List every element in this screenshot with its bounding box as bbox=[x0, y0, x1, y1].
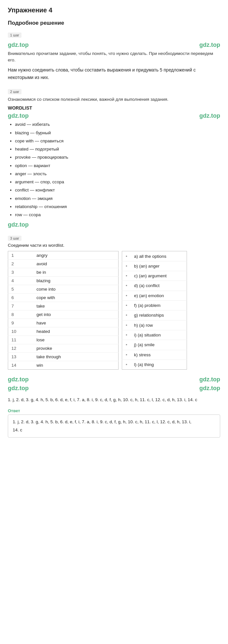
watermark-3b: gdz.top bbox=[199, 376, 220, 383]
wordlist-title: WORDLIST bbox=[8, 105, 220, 111]
table-row: •b) (an) anger bbox=[122, 261, 187, 271]
table-row: 14win bbox=[8, 361, 119, 370]
row-phrase: i) (a) situation bbox=[131, 330, 187, 340]
table-row: 5come into bbox=[8, 285, 119, 294]
wordlist-item-3: cope with — справиться bbox=[15, 138, 220, 144]
watermarks-row-3a: gdz.top gdz.top bbox=[8, 376, 220, 383]
answer-label: Ответ bbox=[8, 408, 220, 413]
watermarks-row-1: gdz.top gdz.top bbox=[8, 42, 220, 48]
table-row: •a) all the options bbox=[122, 251, 187, 261]
wordlist-item-10: emotion — эмоция bbox=[15, 195, 220, 202]
table-row: •k) stress bbox=[122, 350, 187, 360]
table-row: •d) (a) conflict bbox=[122, 281, 187, 291]
answer-box: 1. j, 2. d, 3. g, 4. h, 5. b, 6. d, e, f… bbox=[8, 414, 220, 438]
wordlist-item-2: blazing — бурный bbox=[15, 130, 220, 136]
row-phrase: l) (a) thing bbox=[131, 360, 187, 369]
wordlist-item-7: anger — злость bbox=[15, 171, 220, 177]
row-dot: • bbox=[122, 251, 131, 261]
watermark-2b: gdz.top bbox=[199, 112, 220, 119]
row-dot: • bbox=[122, 271, 131, 281]
watermark-3a: gdz.top bbox=[8, 376, 29, 383]
watermark-1a: gdz.top bbox=[8, 42, 29, 48]
step-1-desc: Внимательно прочитаем задание, чтобы пон… bbox=[8, 50, 220, 64]
row-phrase: e) (an) emotion bbox=[131, 291, 187, 300]
row-phrase: a) all the options bbox=[131, 251, 187, 261]
wordlist-item-4: heated — подогретый bbox=[15, 146, 220, 152]
step-2-badge: 2 шаг bbox=[8, 89, 21, 94]
row-word: avoid bbox=[33, 260, 119, 268]
row-dot: • bbox=[122, 320, 131, 330]
row-num: 2 bbox=[8, 260, 33, 268]
solution-title: Подробное решение bbox=[8, 20, 220, 26]
row-dot: • bbox=[122, 281, 131, 291]
row-num: 12 bbox=[8, 344, 33, 353]
row-dot: • bbox=[122, 300, 131, 310]
table-row: 10heated bbox=[8, 327, 119, 336]
row-word: get into bbox=[33, 310, 119, 319]
wordlist: avoid — избегать blazing — бурный cope w… bbox=[8, 121, 220, 218]
row-phrase: b) (an) anger bbox=[131, 261, 187, 271]
step-3-badge: 3 шаг bbox=[8, 236, 21, 241]
table-row: 8get into bbox=[8, 310, 119, 319]
table-row: 9have bbox=[8, 319, 119, 327]
row-num: 4 bbox=[8, 277, 33, 285]
step-1: 1 шаг gdz.top gdz.top Внимательно прочит… bbox=[8, 32, 220, 82]
matching-container: 1angry2avoid3be in4blazing5come into6cop… bbox=[8, 251, 220, 374]
step-1-badge: 1 шаг bbox=[8, 33, 21, 38]
row-word: cope with bbox=[33, 294, 119, 302]
row-word: come into bbox=[33, 285, 119, 294]
table-row: •i) (a) situation bbox=[122, 330, 187, 340]
row-num: 8 bbox=[8, 310, 33, 319]
row-dot: • bbox=[122, 330, 131, 340]
row-num: 10 bbox=[8, 327, 33, 336]
row-num: 6 bbox=[8, 294, 33, 302]
row-num: 11 bbox=[8, 336, 33, 344]
table-row: •c) (an) argument bbox=[122, 271, 187, 281]
row-dot: • bbox=[122, 291, 131, 300]
wordlist-item-11: relationship — отношения bbox=[15, 204, 220, 210]
row-dot: • bbox=[122, 350, 131, 360]
row-dot: • bbox=[122, 360, 131, 369]
table-row: 1angry bbox=[8, 251, 119, 260]
table-row: •h) (a) row bbox=[122, 320, 187, 330]
watermark-1b: gdz.top bbox=[199, 42, 220, 48]
table-row: 12provoke bbox=[8, 344, 119, 353]
row-num: 13 bbox=[8, 353, 33, 361]
row-phrase: g) relationships bbox=[131, 310, 187, 320]
table-row: •l) (a) thing bbox=[122, 360, 187, 369]
row-dot: • bbox=[122, 340, 131, 350]
table-row: 7take bbox=[8, 302, 119, 310]
table-row: 3be in bbox=[8, 268, 119, 277]
wordlist-item-12: row — ссора bbox=[15, 212, 220, 218]
row-num: 7 bbox=[8, 302, 33, 310]
row-word: win bbox=[33, 361, 119, 370]
watermark-3c: gdz.top bbox=[8, 385, 29, 392]
step-3-desc: Соединим части из wordlist. bbox=[8, 243, 220, 248]
step-2-desc: Ознакомимся со списком полезной лексики,… bbox=[8, 96, 220, 103]
row-word: blazing bbox=[33, 277, 119, 285]
row-dot: • bbox=[122, 261, 131, 271]
answer-box-text: 1. j, 2. d, 3. g, 4. h, 5. b, 6. d, e, f… bbox=[13, 419, 192, 432]
row-word: provoke bbox=[33, 344, 119, 353]
row-word: lose bbox=[33, 336, 119, 344]
row-phrase: f) (a) problem bbox=[131, 300, 187, 310]
watermark-2a: gdz.top bbox=[8, 112, 29, 119]
wordlist-item-1: avoid — избегать bbox=[15, 121, 220, 128]
left-table: 1angry2avoid3be in4blazing5come into6cop… bbox=[8, 251, 119, 370]
table-row: •f) (a) problem bbox=[122, 300, 187, 310]
watermarks-row-3b: gdz.top gdz.top bbox=[8, 385, 220, 392]
table-row: •e) (an) emotion bbox=[122, 291, 187, 300]
table-row: 6cope with bbox=[8, 294, 119, 302]
table-row: 2avoid bbox=[8, 260, 119, 268]
wordlist-item-5: provoke — провоцировать bbox=[15, 154, 220, 161]
watermarks-row-2b: gdz.top bbox=[8, 221, 220, 228]
row-word: be in bbox=[33, 268, 119, 277]
row-phrase: d) (a) conflict bbox=[131, 281, 187, 291]
table-row: •g) relationships bbox=[122, 310, 187, 320]
row-phrase: c) (an) argument bbox=[131, 271, 187, 281]
row-phrase: k) stress bbox=[131, 350, 187, 360]
row-dot: • bbox=[122, 310, 131, 320]
row-word: angry bbox=[33, 251, 119, 260]
wordlist-item-8: argument — спор, ссора bbox=[15, 179, 220, 185]
table-row: 4blazing bbox=[8, 277, 119, 285]
